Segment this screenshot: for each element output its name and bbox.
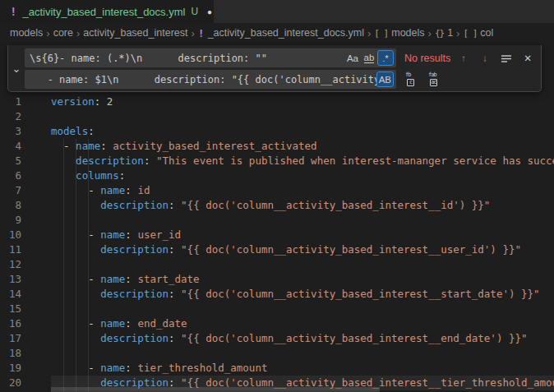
vscode-window: ! _activity_based_interest_docs.yml U ● …	[0, 0, 554, 392]
code-token: name	[100, 362, 125, 374]
results-count-label: No results	[404, 53, 450, 64]
breadcrumb-item[interactable]: activity_based_interest	[83, 27, 187, 39]
next-match-button[interactable]: ↓	[477, 50, 493, 66]
toggle-replace-button[interactable]: ⌄	[8, 45, 25, 91]
regex-toggle[interactable]: .*	[377, 50, 394, 66]
code-token: :	[169, 288, 181, 300]
line-number: 15	[0, 302, 21, 316]
tab-bar: ! _activity_based_interest_docs.yml U ●	[0, 0, 554, 23]
editor-tab[interactable]: ! _activity_based_interest_docs.yml U ●	[0, 0, 214, 23]
close-find-widget-button[interactable]: ✕	[519, 50, 536, 66]
code-content[interactable]: version: 2models: - name: activity_based…	[51, 95, 554, 390]
code-token: activity_based_interest_activated	[113, 140, 316, 152]
line-number: 16	[0, 316, 21, 331]
line-number: 19	[0, 361, 21, 376]
editor-pane[interactable]: 1234567891011121314151617181920 version:…	[0, 43, 554, 392]
find-input[interactable]: \s{6}- name: (.*)\n description: "" Aa a…	[25, 48, 396, 67]
breadcrumb-item[interactable]: models	[10, 27, 43, 39]
match-case-toggle[interactable]: Aa	[344, 50, 361, 66]
code-token: "This event is published when interest-m…	[156, 154, 554, 167]
modified-dot-icon[interactable]: ●	[207, 7, 212, 16]
code-token: :	[125, 184, 137, 196]
code-line[interactable]: - name: id	[51, 183, 554, 198]
code-token: "{{ doc('column__activity_based_interest…	[181, 243, 521, 256]
code-line[interactable]: - name: tier_threshold_amount	[51, 361, 554, 376]
line-number: 6	[0, 168, 21, 183]
breadcrumb-separator-icon: ›	[428, 27, 432, 39]
line-number: 11	[0, 242, 21, 257]
breadcrumb: models›core›activity_based_interest›!_ac…	[0, 23, 554, 43]
find-in-selection-button[interactable]	[498, 50, 515, 66]
whole-word-toggle[interactable]: ab	[361, 50, 377, 66]
breadcrumb-label: models	[10, 27, 43, 39]
breadcrumb-separator-icon: ›	[46, 27, 49, 39]
code-token: description	[76, 154, 144, 167]
code-token: 2	[107, 95, 113, 108]
line-number-gutter: 1234567891011121314151617181920	[0, 95, 21, 390]
find-replace-widget: ⌄ \s{6}- name: (.*)\n description: "" Aa…	[7, 45, 542, 92]
code-line[interactable]: description: "{{ doc('column__activity_b…	[51, 331, 554, 346]
code-token: :	[169, 332, 181, 344]
code-line[interactable]: description: "{{ doc('column__activity_b…	[51, 198, 554, 213]
code-line[interactable]: description: "This event is published wh…	[51, 154, 554, 168]
code-token: id	[137, 184, 150, 196]
line-number: 4	[0, 139, 21, 154]
code-line[interactable]: columns:	[51, 168, 554, 183]
code-line[interactable]: - name: user_id	[51, 228, 554, 242]
breadcrumb-item[interactable]: [ ]models	[374, 27, 424, 39]
code-token: :	[144, 154, 156, 167]
breadcrumb-separator-icon: ›	[191, 27, 194, 39]
code-token: description	[100, 332, 169, 344]
breadcrumb-item[interactable]: [ ]col	[463, 27, 493, 39]
replace-button[interactable]: fb c	[403, 71, 421, 87]
code-token: name	[100, 273, 125, 285]
code-line[interactable]: - name: start_date	[51, 272, 554, 287]
indent-guide	[88, 139, 89, 392]
tab-title: _activity_based_interest_docs.yml	[22, 6, 185, 18]
line-number: 10	[0, 228, 21, 242]
line-number: 7	[0, 183, 21, 198]
breadcrumb-label: core	[53, 27, 73, 39]
line-number: 14	[0, 287, 21, 302]
indent-guide	[63, 139, 64, 392]
breadcrumb-separator-icon: ›	[76, 27, 80, 39]
code-line[interactable]: description: "{{ doc('column__activity_b…	[51, 287, 554, 302]
code-token: columns	[76, 169, 119, 182]
replace-icon: fb c	[405, 73, 418, 86]
replace-input[interactable]: - name: $1\n description: "{{ doc('colum…	[25, 70, 396, 89]
code-token: name	[100, 228, 125, 241]
breadcrumb-item[interactable]: core	[53, 27, 73, 39]
array-icon: [ ]	[374, 28, 388, 39]
code-line[interactable]	[51, 302, 554, 316]
breadcrumb-separator-icon: ›	[456, 27, 459, 39]
breadcrumb-label: _activity_based_interest_docs.yml	[208, 27, 364, 39]
code-token: :	[88, 125, 95, 137]
code-token: description	[100, 243, 169, 256]
find-input-value: \s{6}- name: (.*)\n description: ""	[30, 53, 344, 64]
breadcrumb-label: activity_based_interest	[83, 27, 187, 39]
code-token: description	[100, 288, 169, 300]
code-token: version	[51, 95, 95, 108]
code-line[interactable]: description: "{{ doc('column__activity_b…	[51, 242, 554, 257]
find-in-selection-icon	[501, 53, 512, 63]
code-line[interactable]	[51, 109, 554, 124]
code-token: user_id	[137, 228, 181, 241]
breadcrumb-item[interactable]: {}1	[435, 27, 453, 39]
replace-all-icon: fab ac	[428, 73, 441, 86]
previous-match-button[interactable]: ↑	[455, 50, 472, 66]
code-line[interactable]: models:	[51, 124, 554, 139]
code-token: :	[100, 140, 113, 152]
code-line[interactable]	[51, 346, 554, 361]
horizontal-scrollbar[interactable]	[51, 387, 380, 392]
array-icon: [ ]	[463, 28, 477, 39]
code-token: description	[100, 199, 169, 211]
breadcrumb-item[interactable]: !_activity_based_interest_docs.yml	[198, 27, 364, 39]
code-line[interactable]: - name: activity_based_interest_activate…	[51, 139, 554, 154]
code-line[interactable]: version: 2	[51, 95, 554, 109]
breadcrumb-label: models	[391, 27, 424, 39]
code-line[interactable]	[51, 213, 554, 228]
code-line[interactable]: - name: end_date	[51, 316, 554, 331]
code-line[interactable]	[51, 257, 554, 272]
preserve-case-toggle[interactable]: AB	[376, 71, 394, 87]
replace-all-button[interactable]: fab ac	[426, 71, 444, 87]
